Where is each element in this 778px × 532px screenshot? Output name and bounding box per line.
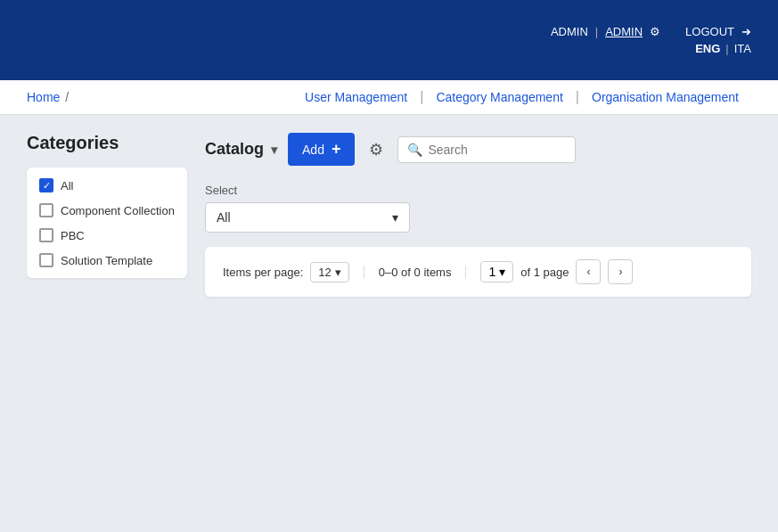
page-chevron-icon: ▾ — [499, 265, 505, 279]
page-total: of 1 page — [520, 266, 569, 279]
breadcrumb: Home / — [27, 90, 69, 104]
logout-link[interactable]: LOGOUT — [685, 25, 734, 38]
lang-separator: | — [725, 42, 728, 55]
nav-category-management[interactable]: Category Management — [423, 90, 575, 104]
select-chevron-icon: ▾ — [392, 210, 398, 225]
main-content: Categories All Component Collection PBC … — [0, 115, 778, 471]
search-input[interactable] — [428, 143, 566, 157]
settings-gear-button[interactable]: ⚙ — [365, 136, 387, 163]
filter-label-pbc: PBC — [61, 229, 85, 242]
logout-icon: ➜ — [741, 25, 751, 38]
catalog-label: Catalog — [205, 140, 264, 159]
prev-page-button[interactable]: ‹ — [576, 259, 601, 284]
breadcrumb-bar: Home / User Management | Category Manage… — [0, 80, 778, 115]
checkbox-component-collection[interactable] — [39, 203, 53, 217]
language-selector: ENG | ITA — [695, 42, 751, 55]
home-link[interactable]: Home — [27, 90, 60, 104]
header: ADMIN | ADMIN ⚙ LOGOUT ➜ ENG | ITA — [0, 0, 778, 80]
search-icon: 🔍 — [407, 143, 422, 157]
lang-ita[interactable]: ITA — [734, 42, 751, 55]
lang-eng[interactable]: ENG — [695, 42, 720, 55]
admin-link[interactable]: ADMIN — [605, 25, 643, 38]
filter-item-pbc[interactable]: PBC — [39, 228, 175, 242]
filter-item-all[interactable]: All — [39, 178, 175, 192]
nav-links: User Management | Category Management | … — [292, 89, 751, 105]
filter-label-solution-template: Solution Template — [61, 254, 152, 267]
breadcrumb-separator: / — [65, 90, 69, 104]
search-box: 🔍 — [397, 136, 576, 163]
per-page-select[interactable]: 12 ▾ — [310, 262, 348, 282]
next-page-button[interactable]: › — [608, 259, 633, 284]
page-select[interactable]: 1 ▾ — [480, 261, 513, 282]
nav-user-management[interactable]: User Management — [292, 90, 420, 104]
select-value: All — [217, 210, 231, 225]
header-top: ADMIN | ADMIN ⚙ LOGOUT ➜ — [551, 25, 751, 38]
items-per-page-label: Items per page: — [223, 266, 303, 279]
nav-organisation-management[interactable]: Organisation Management — [579, 90, 751, 104]
filter-item-component-collection[interactable]: Component Collection — [39, 203, 175, 217]
filter-box: All Component Collection PBC Solution Te… — [27, 168, 187, 278]
filter-label-component-collection: Component Collection — [61, 204, 175, 217]
per-page-chevron-icon: ▾ — [335, 266, 341, 279]
select-area: Select All ▾ — [205, 184, 751, 233]
catalog-dropdown[interactable]: Catalog ▾ — [205, 140, 277, 159]
select-dropdown[interactable]: All ▾ — [205, 202, 410, 233]
sidebar-title: Categories — [27, 133, 187, 153]
per-page-value: 12 — [318, 266, 331, 279]
catalog-chevron-icon: ▾ — [271, 143, 277, 157]
gear-icon[interactable]: ⚙ — [650, 25, 660, 38]
toolbar: Catalog ▾ Add + ⚙ 🔍 — [205, 133, 751, 166]
add-label: Add — [302, 143, 324, 157]
checkbox-solution-template[interactable] — [39, 253, 53, 267]
add-button[interactable]: Add + — [288, 133, 355, 166]
items-per-page: Items per page: 12 ▾ — [223, 262, 349, 282]
checkbox-pbc[interactable] — [39, 228, 53, 242]
plus-icon: + — [332, 140, 341, 159]
content-area: Catalog ▾ Add + ⚙ 🔍 Select All ▾ I — [205, 133, 751, 454]
page-nav: 1 ▾ of 1 page ‹ › — [480, 259, 633, 284]
admin-label: ADMIN — [551, 25, 588, 38]
page-value: 1 — [488, 265, 495, 279]
checkbox-all[interactable] — [39, 178, 53, 192]
filter-item-solution-template[interactable]: Solution Template — [39, 253, 175, 267]
items-info: 0–0 of 0 items — [364, 266, 467, 279]
pagination-bar: Items per page: 12 ▾ 0–0 of 0 items 1 ▾ … — [205, 247, 751, 297]
admin-separator: | — [595, 25, 598, 38]
select-label: Select — [205, 184, 751, 197]
filter-label-all: All — [61, 179, 73, 192]
sidebar: Categories All Component Collection PBC … — [27, 133, 187, 454]
